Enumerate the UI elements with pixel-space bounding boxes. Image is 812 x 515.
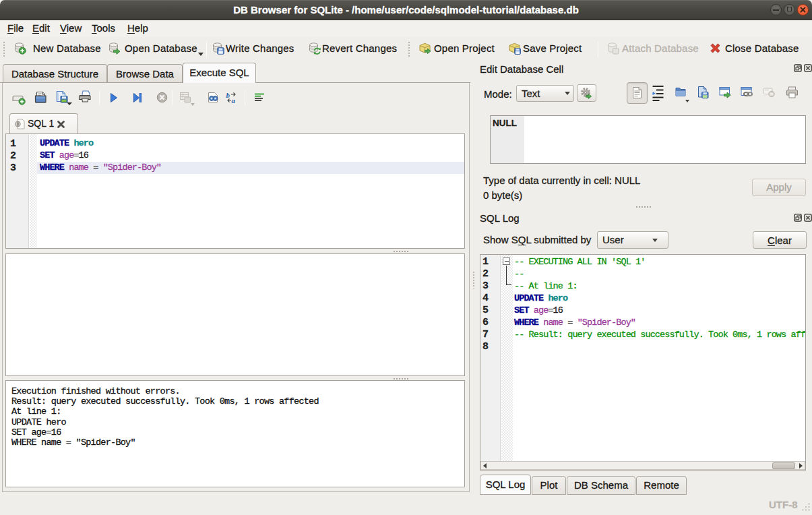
svg-text:a: a bbox=[232, 96, 236, 104]
svg-text:b: b bbox=[226, 91, 230, 99]
